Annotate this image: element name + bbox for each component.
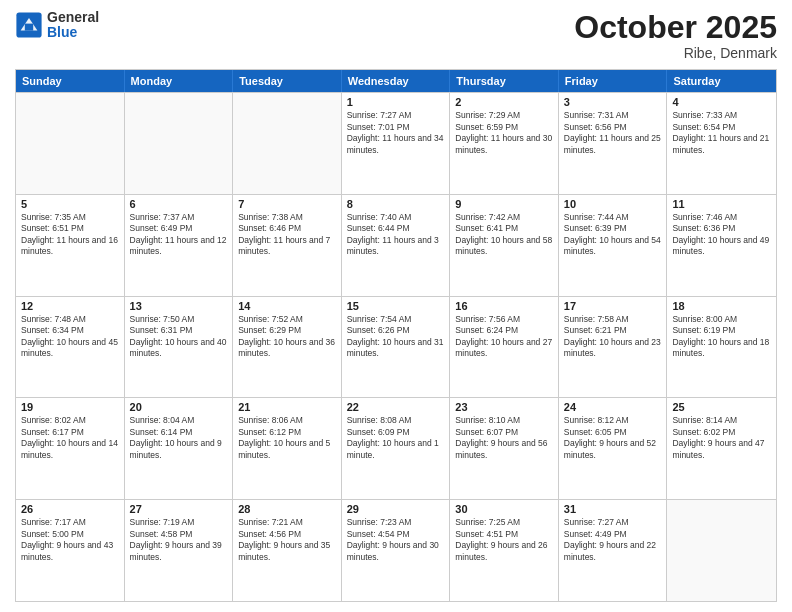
calendar-row-0: 1Sunrise: 7:27 AM Sunset: 7:01 PM Daylig… — [16, 92, 776, 194]
day-info: Sunrise: 7:29 AM Sunset: 6:59 PM Dayligh… — [455, 110, 553, 156]
calendar-row-3: 19Sunrise: 8:02 AM Sunset: 6:17 PM Dayli… — [16, 397, 776, 499]
day-info: Sunrise: 7:40 AM Sunset: 6:44 PM Dayligh… — [347, 212, 445, 258]
day-number: 1 — [347, 96, 445, 108]
calendar-row-4: 26Sunrise: 7:17 AM Sunset: 5:00 PM Dayli… — [16, 499, 776, 601]
day-cell-15: 15Sunrise: 7:54 AM Sunset: 6:26 PM Dayli… — [342, 297, 451, 398]
day-number: 5 — [21, 198, 119, 210]
day-number: 26 — [21, 503, 119, 515]
day-cell-29: 29Sunrise: 7:23 AM Sunset: 4:54 PM Dayli… — [342, 500, 451, 601]
day-number: 6 — [130, 198, 228, 210]
day-cell-13: 13Sunrise: 7:50 AM Sunset: 6:31 PM Dayli… — [125, 297, 234, 398]
day-number: 28 — [238, 503, 336, 515]
day-info: Sunrise: 7:38 AM Sunset: 6:46 PM Dayligh… — [238, 212, 336, 258]
day-info: Sunrise: 7:56 AM Sunset: 6:24 PM Dayligh… — [455, 314, 553, 360]
day-cell-28: 28Sunrise: 7:21 AM Sunset: 4:56 PM Dayli… — [233, 500, 342, 601]
month-title: October 2025 — [574, 10, 777, 45]
day-cell-14: 14Sunrise: 7:52 AM Sunset: 6:29 PM Dayli… — [233, 297, 342, 398]
day-number: 23 — [455, 401, 553, 413]
weekday-header-friday: Friday — [559, 70, 668, 92]
day-cell-30: 30Sunrise: 7:25 AM Sunset: 4:51 PM Dayli… — [450, 500, 559, 601]
day-number: 13 — [130, 300, 228, 312]
day-cell-10: 10Sunrise: 7:44 AM Sunset: 6:39 PM Dayli… — [559, 195, 668, 296]
day-info: Sunrise: 7:21 AM Sunset: 4:56 PM Dayligh… — [238, 517, 336, 563]
day-number: 29 — [347, 503, 445, 515]
empty-cell — [667, 500, 776, 601]
empty-cell — [125, 93, 234, 194]
day-cell-25: 25Sunrise: 8:14 AM Sunset: 6:02 PM Dayli… — [667, 398, 776, 499]
empty-cell — [233, 93, 342, 194]
day-number: 4 — [672, 96, 771, 108]
weekday-header-sunday: Sunday — [16, 70, 125, 92]
day-info: Sunrise: 8:14 AM Sunset: 6:02 PM Dayligh… — [672, 415, 771, 461]
day-info: Sunrise: 7:27 AM Sunset: 4:49 PM Dayligh… — [564, 517, 662, 563]
day-number: 22 — [347, 401, 445, 413]
day-number: 17 — [564, 300, 662, 312]
day-info: Sunrise: 7:54 AM Sunset: 6:26 PM Dayligh… — [347, 314, 445, 360]
weekday-header-wednesday: Wednesday — [342, 70, 451, 92]
day-number: 21 — [238, 401, 336, 413]
day-number: 9 — [455, 198, 553, 210]
day-number: 24 — [564, 401, 662, 413]
day-number: 11 — [672, 198, 771, 210]
day-info: Sunrise: 8:12 AM Sunset: 6:05 PM Dayligh… — [564, 415, 662, 461]
day-info: Sunrise: 7:17 AM Sunset: 5:00 PM Dayligh… — [21, 517, 119, 563]
day-info: Sunrise: 7:37 AM Sunset: 6:49 PM Dayligh… — [130, 212, 228, 258]
day-info: Sunrise: 7:42 AM Sunset: 6:41 PM Dayligh… — [455, 212, 553, 258]
day-cell-21: 21Sunrise: 8:06 AM Sunset: 6:12 PM Dayli… — [233, 398, 342, 499]
day-cell-18: 18Sunrise: 8:00 AM Sunset: 6:19 PM Dayli… — [667, 297, 776, 398]
calendar: SundayMondayTuesdayWednesdayThursdayFrid… — [15, 69, 777, 602]
day-number: 10 — [564, 198, 662, 210]
day-cell-27: 27Sunrise: 7:19 AM Sunset: 4:58 PM Dayli… — [125, 500, 234, 601]
logo-text: General Blue — [47, 10, 99, 41]
weekday-header-tuesday: Tuesday — [233, 70, 342, 92]
page: General Blue October 2025 Ribe, Denmark … — [0, 0, 792, 612]
day-info: Sunrise: 8:06 AM Sunset: 6:12 PM Dayligh… — [238, 415, 336, 461]
day-cell-4: 4Sunrise: 7:33 AM Sunset: 6:54 PM Daylig… — [667, 93, 776, 194]
day-info: Sunrise: 7:52 AM Sunset: 6:29 PM Dayligh… — [238, 314, 336, 360]
day-number: 31 — [564, 503, 662, 515]
logo-blue-text: Blue — [47, 25, 99, 40]
day-number: 8 — [347, 198, 445, 210]
day-info: Sunrise: 7:44 AM Sunset: 6:39 PM Dayligh… — [564, 212, 662, 258]
day-info: Sunrise: 7:25 AM Sunset: 4:51 PM Dayligh… — [455, 517, 553, 563]
title-block: October 2025 Ribe, Denmark — [574, 10, 777, 61]
day-info: Sunrise: 7:35 AM Sunset: 6:51 PM Dayligh… — [21, 212, 119, 258]
calendar-header: SundayMondayTuesdayWednesdayThursdayFrid… — [16, 70, 776, 92]
day-number: 19 — [21, 401, 119, 413]
svg-rect-2 — [25, 24, 33, 31]
calendar-row-2: 12Sunrise: 7:48 AM Sunset: 6:34 PM Dayli… — [16, 296, 776, 398]
day-cell-7: 7Sunrise: 7:38 AM Sunset: 6:46 PM Daylig… — [233, 195, 342, 296]
day-cell-12: 12Sunrise: 7:48 AM Sunset: 6:34 PM Dayli… — [16, 297, 125, 398]
day-info: Sunrise: 7:50 AM Sunset: 6:31 PM Dayligh… — [130, 314, 228, 360]
day-info: Sunrise: 7:48 AM Sunset: 6:34 PM Dayligh… — [21, 314, 119, 360]
logo-general-text: General — [47, 10, 99, 25]
day-info: Sunrise: 7:19 AM Sunset: 4:58 PM Dayligh… — [130, 517, 228, 563]
day-info: Sunrise: 8:00 AM Sunset: 6:19 PM Dayligh… — [672, 314, 771, 360]
day-cell-6: 6Sunrise: 7:37 AM Sunset: 6:49 PM Daylig… — [125, 195, 234, 296]
day-cell-9: 9Sunrise: 7:42 AM Sunset: 6:41 PM Daylig… — [450, 195, 559, 296]
location-subtitle: Ribe, Denmark — [574, 45, 777, 61]
empty-cell — [16, 93, 125, 194]
header: General Blue October 2025 Ribe, Denmark — [15, 10, 777, 61]
logo: General Blue — [15, 10, 99, 41]
day-cell-20: 20Sunrise: 8:04 AM Sunset: 6:14 PM Dayli… — [125, 398, 234, 499]
day-number: 25 — [672, 401, 771, 413]
day-number: 30 — [455, 503, 553, 515]
day-info: Sunrise: 7:58 AM Sunset: 6:21 PM Dayligh… — [564, 314, 662, 360]
day-cell-19: 19Sunrise: 8:02 AM Sunset: 6:17 PM Dayli… — [16, 398, 125, 499]
day-cell-23: 23Sunrise: 8:10 AM Sunset: 6:07 PM Dayli… — [450, 398, 559, 499]
day-cell-3: 3Sunrise: 7:31 AM Sunset: 6:56 PM Daylig… — [559, 93, 668, 194]
day-cell-8: 8Sunrise: 7:40 AM Sunset: 6:44 PM Daylig… — [342, 195, 451, 296]
day-info: Sunrise: 7:27 AM Sunset: 7:01 PM Dayligh… — [347, 110, 445, 156]
weekday-header-saturday: Saturday — [667, 70, 776, 92]
weekday-header-thursday: Thursday — [450, 70, 559, 92]
day-cell-22: 22Sunrise: 8:08 AM Sunset: 6:09 PM Dayli… — [342, 398, 451, 499]
day-info: Sunrise: 7:31 AM Sunset: 6:56 PM Dayligh… — [564, 110, 662, 156]
day-cell-26: 26Sunrise: 7:17 AM Sunset: 5:00 PM Dayli… — [16, 500, 125, 601]
logo-icon — [15, 11, 43, 39]
weekday-header-monday: Monday — [125, 70, 234, 92]
day-cell-16: 16Sunrise: 7:56 AM Sunset: 6:24 PM Dayli… — [450, 297, 559, 398]
day-number: 27 — [130, 503, 228, 515]
day-info: Sunrise: 7:46 AM Sunset: 6:36 PM Dayligh… — [672, 212, 771, 258]
calendar-row-1: 5Sunrise: 7:35 AM Sunset: 6:51 PM Daylig… — [16, 194, 776, 296]
